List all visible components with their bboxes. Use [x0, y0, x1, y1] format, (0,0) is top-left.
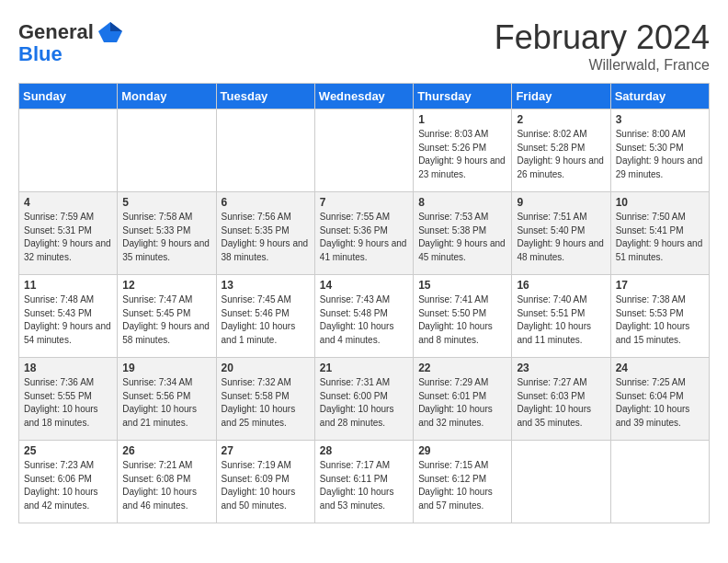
day-info: Sunrise: 7:23 AM Sunset: 6:06 PM Dayligh…	[24, 459, 112, 512]
calendar-cell: 4 Sunrise: 7:59 AM Sunset: 5:31 PM Dayli…	[19, 192, 118, 275]
day-number: 24	[616, 362, 704, 374]
calendar-cell: 18 Sunrise: 7:36 AM Sunset: 5:55 PM Dayl…	[19, 358, 118, 441]
calendar-cell: 19 Sunrise: 7:34 AM Sunset: 5:56 PM Dayl…	[118, 358, 216, 441]
day-header-saturday: Saturday	[610, 84, 709, 109]
calendar-cell: 10 Sunrise: 7:50 AM Sunset: 5:41 PM Dayl…	[610, 192, 709, 275]
day-info: Sunrise: 7:21 AM Sunset: 6:08 PM Dayligh…	[122, 459, 210, 512]
calendar-cell	[118, 109, 216, 192]
day-number: 5	[122, 196, 210, 209]
day-info: Sunrise: 7:45 AM Sunset: 5:46 PM Dayligh…	[222, 293, 310, 347]
day-number: 23	[517, 362, 605, 374]
week-row-1: 1 Sunrise: 8:03 AM Sunset: 5:26 PM Dayli…	[19, 109, 710, 192]
calendar-cell: 27 Sunrise: 7:19 AM Sunset: 6:09 PM Dayl…	[216, 441, 314, 523]
day-info: Sunrise: 7:15 AM Sunset: 6:12 PM Dayligh…	[418, 459, 506, 512]
day-info: Sunrise: 7:36 AM Sunset: 5:55 PM Dayligh…	[24, 376, 112, 430]
calendar-cell	[19, 109, 118, 192]
day-info: Sunrise: 7:38 AM Sunset: 5:53 PM Dayligh…	[616, 293, 704, 347]
day-number: 22	[418, 362, 506, 374]
calendar-cell: 1 Sunrise: 8:03 AM Sunset: 5:26 PM Dayli…	[414, 109, 512, 192]
day-number: 11	[24, 279, 112, 292]
day-number: 7	[320, 196, 408, 209]
day-number: 12	[122, 279, 210, 292]
calendar-cell: 22 Sunrise: 7:29 AM Sunset: 6:01 PM Dayl…	[414, 358, 512, 441]
calendar-cell: 29 Sunrise: 7:15 AM Sunset: 6:12 PM Dayl…	[414, 441, 512, 523]
week-row-2: 4 Sunrise: 7:59 AM Sunset: 5:31 PM Dayli…	[19, 192, 710, 275]
calendar-cell	[512, 441, 610, 523]
logo-text: General	[18, 20, 94, 44]
calendar-cell: 2 Sunrise: 8:02 AM Sunset: 5:28 PM Dayli…	[512, 109, 610, 192]
day-info: Sunrise: 7:56 AM Sunset: 5:35 PM Dayligh…	[222, 211, 310, 264]
day-info: Sunrise: 7:43 AM Sunset: 5:48 PM Dayligh…	[320, 293, 408, 347]
day-info: Sunrise: 7:58 AM Sunset: 5:33 PM Dayligh…	[122, 211, 210, 264]
day-number: 28	[320, 444, 408, 457]
calendar-cell: 14 Sunrise: 7:43 AM Sunset: 5:48 PM Dayl…	[314, 275, 413, 358]
day-number: 8	[418, 196, 506, 209]
day-info: Sunrise: 7:31 AM Sunset: 6:00 PM Dayligh…	[320, 376, 408, 430]
calendar-cell: 17 Sunrise: 7:38 AM Sunset: 5:53 PM Dayl…	[610, 275, 709, 358]
day-info: Sunrise: 7:32 AM Sunset: 5:58 PM Dayligh…	[222, 376, 310, 430]
day-info: Sunrise: 7:47 AM Sunset: 5:45 PM Dayligh…	[122, 293, 210, 347]
week-row-3: 11 Sunrise: 7:48 AM Sunset: 5:43 PM Dayl…	[19, 275, 710, 358]
day-info: Sunrise: 7:59 AM Sunset: 5:31 PM Dayligh…	[24, 211, 112, 264]
day-info: Sunrise: 7:41 AM Sunset: 5:50 PM Dayligh…	[418, 293, 506, 347]
calendar-cell: 9 Sunrise: 7:51 AM Sunset: 5:40 PM Dayli…	[512, 192, 610, 275]
day-header-sunday: Sunday	[19, 84, 118, 109]
day-info: Sunrise: 7:50 AM Sunset: 5:41 PM Dayligh…	[616, 211, 704, 264]
calendar-cell: 21 Sunrise: 7:31 AM Sunset: 6:00 PM Dayl…	[314, 358, 413, 441]
day-header-friday: Friday	[512, 84, 610, 109]
calendar-cell: 5 Sunrise: 7:58 AM Sunset: 5:33 PM Dayli…	[118, 192, 216, 275]
day-header-row: SundayMondayTuesdayWednesdayThursdayFrid…	[19, 84, 710, 109]
day-info: Sunrise: 7:51 AM Sunset: 5:40 PM Dayligh…	[517, 211, 605, 264]
day-number: 20	[222, 362, 310, 374]
calendar-cell: 25 Sunrise: 7:23 AM Sunset: 6:06 PM Dayl…	[19, 441, 118, 523]
page: General Blue February 2024 Willerwald, F…	[0, 0, 728, 533]
calendar-cell: 12 Sunrise: 7:47 AM Sunset: 5:45 PM Dayl…	[118, 275, 216, 358]
day-number: 25	[24, 444, 112, 457]
day-info: Sunrise: 8:03 AM Sunset: 5:26 PM Dayligh…	[418, 128, 506, 181]
day-info: Sunrise: 7:29 AM Sunset: 6:01 PM Dayligh…	[418, 376, 506, 430]
day-number: 14	[320, 279, 408, 292]
day-number: 26	[122, 444, 210, 457]
day-number: 13	[222, 279, 310, 292]
day-number: 10	[616, 196, 704, 209]
day-number: 9	[517, 196, 605, 209]
day-number: 29	[418, 444, 506, 457]
day-number: 16	[517, 279, 605, 292]
calendar-cell: 6 Sunrise: 7:56 AM Sunset: 5:35 PM Dayli…	[216, 192, 314, 275]
calendar-cell: 16 Sunrise: 7:40 AM Sunset: 5:51 PM Dayl…	[512, 275, 610, 358]
calendar-cell	[314, 109, 413, 192]
day-number: 3	[616, 113, 704, 126]
day-number: 1	[418, 113, 506, 126]
day-header-monday: Monday	[118, 84, 216, 109]
header: General Blue February 2024 Willerwald, F…	[18, 18, 710, 74]
title-block: February 2024 Willerwald, France	[495, 18, 710, 74]
month-title: February 2024	[495, 18, 710, 57]
day-number: 6	[222, 196, 310, 209]
calendar-cell	[216, 109, 314, 192]
day-header-thursday: Thursday	[414, 84, 512, 109]
day-header-wednesday: Wednesday	[314, 84, 413, 109]
calendar-cell: 26 Sunrise: 7:21 AM Sunset: 6:08 PM Dayl…	[118, 441, 216, 523]
calendar: SundayMondayTuesdayWednesdayThursdayFrid…	[18, 83, 710, 523]
calendar-cell: 3 Sunrise: 8:00 AM Sunset: 5:30 PM Dayli…	[610, 109, 709, 192]
day-info: Sunrise: 7:17 AM Sunset: 6:11 PM Dayligh…	[320, 459, 408, 512]
week-row-5: 25 Sunrise: 7:23 AM Sunset: 6:06 PM Dayl…	[19, 441, 710, 523]
calendar-cell: 28 Sunrise: 7:17 AM Sunset: 6:11 PM Dayl…	[314, 441, 413, 523]
calendar-cell: 8 Sunrise: 7:53 AM Sunset: 5:38 PM Dayli…	[414, 192, 512, 275]
calendar-cell: 24 Sunrise: 7:25 AM Sunset: 6:04 PM Dayl…	[610, 358, 709, 441]
day-info: Sunrise: 7:19 AM Sunset: 6:09 PM Dayligh…	[222, 459, 310, 512]
svg-marker-1	[110, 22, 122, 31]
day-number: 15	[418, 279, 506, 292]
day-header-tuesday: Tuesday	[216, 84, 314, 109]
day-info: Sunrise: 7:40 AM Sunset: 5:51 PM Dayligh…	[517, 293, 605, 347]
calendar-cell: 20 Sunrise: 7:32 AM Sunset: 5:58 PM Dayl…	[216, 358, 314, 441]
calendar-cell: 7 Sunrise: 7:55 AM Sunset: 5:36 PM Dayli…	[314, 192, 413, 275]
logo-icon	[97, 18, 124, 46]
day-number: 21	[320, 362, 408, 374]
calendar-cell: 11 Sunrise: 7:48 AM Sunset: 5:43 PM Dayl…	[19, 275, 118, 358]
day-number: 17	[616, 279, 704, 292]
day-number: 27	[222, 444, 310, 457]
day-number: 4	[24, 196, 112, 209]
day-info: Sunrise: 7:34 AM Sunset: 5:56 PM Dayligh…	[122, 376, 210, 430]
day-number: 18	[24, 362, 112, 374]
